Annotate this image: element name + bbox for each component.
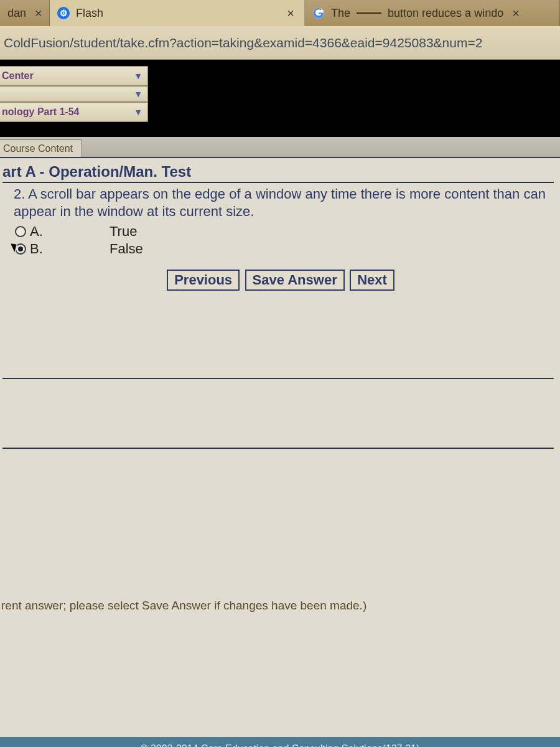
browser-tab-strip: dan × ⚙ Flash × The button reduces a win… xyxy=(0,0,560,26)
next-button[interactable]: Next xyxy=(350,270,394,291)
close-icon[interactable]: × xyxy=(510,6,522,21)
url-text: ColdFusion/student/take.cfm?action=takin… xyxy=(4,35,482,50)
question-block: 2. A scroll bar appears on the edge of a… xyxy=(2,182,554,328)
close-icon[interactable]: × xyxy=(284,6,297,21)
tab-label: Course Content xyxy=(3,143,73,154)
content-tabs: Course Content xyxy=(0,137,560,158)
option-text: True xyxy=(110,223,137,240)
dropdown-empty[interactable]: ▼ xyxy=(0,86,148,102)
address-bar[interactable]: ColdFusion/student/take.cfm?action=takin… xyxy=(0,26,560,60)
copyright-text: © 2002-2014 Core Education and Consultin… xyxy=(141,743,420,747)
test-title: art A - Operation/Man. Test xyxy=(2,163,554,181)
hint-text: rent answer; please select Save Answer i… xyxy=(0,594,560,737)
save-answer-button[interactable]: Save Answer xyxy=(245,270,345,291)
chevron-down-icon: ▼ xyxy=(134,107,142,117)
dropdown-center[interactable]: Center ▼ xyxy=(0,66,148,86)
tab-label-prefix: The xyxy=(331,7,350,20)
dropdown-label: nology Part 1-54 xyxy=(2,106,79,118)
dropdown-part[interactable]: nology Part 1-54 ▼ xyxy=(0,102,148,122)
question-text: 2. A scroll bar appears on the edge of a… xyxy=(14,186,548,220)
nav-buttons: Previous Save Answer Next xyxy=(14,270,548,291)
exam-content: art A - Operation/Man. Test 2. A scroll … xyxy=(0,158,560,594)
footer: © 2002-2014 Core Education and Consultin… xyxy=(0,737,560,747)
tab-label-suffix: button reduces a windo xyxy=(388,7,503,20)
nav-panel: Center ▼ ▼ nology Part 1-54 ▼ xyxy=(0,60,560,137)
browser-tab-1[interactable]: dan × xyxy=(0,0,50,26)
dropdown-label: Center xyxy=(2,70,34,82)
answer-options: A. True B. False xyxy=(15,223,548,257)
browser-tab-3[interactable]: The button reduces a windo × xyxy=(305,0,560,26)
chevron-down-icon: ▼ xyxy=(134,71,142,81)
radio-icon[interactable] xyxy=(15,226,26,237)
google-favicon-icon xyxy=(312,7,325,19)
close-icon[interactable]: × xyxy=(32,6,45,21)
chevron-down-icon: ▼ xyxy=(134,89,142,99)
option-letter: A. xyxy=(30,223,43,240)
option-b[interactable]: B. False xyxy=(15,241,548,257)
tab-course-content[interactable]: Course Content xyxy=(0,139,82,157)
option-a[interactable]: A. True xyxy=(15,223,548,240)
question-number: 2. xyxy=(14,186,25,202)
browser-tab-2[interactable]: ⚙ Flash × xyxy=(50,0,305,26)
question-body: A scroll bar appears on the edge of a wi… xyxy=(14,186,546,219)
previous-button[interactable]: Previous xyxy=(167,270,240,291)
option-text: False xyxy=(110,241,143,257)
divider xyxy=(2,448,554,449)
tab-blank xyxy=(357,12,381,14)
cursor-icon xyxy=(11,242,19,252)
divider xyxy=(2,378,554,379)
tab-label: Flash xyxy=(76,7,103,20)
flash-favicon-icon: ⚙ xyxy=(57,7,70,19)
option-letter: B. xyxy=(30,241,43,257)
tab-label: dan xyxy=(7,7,26,20)
